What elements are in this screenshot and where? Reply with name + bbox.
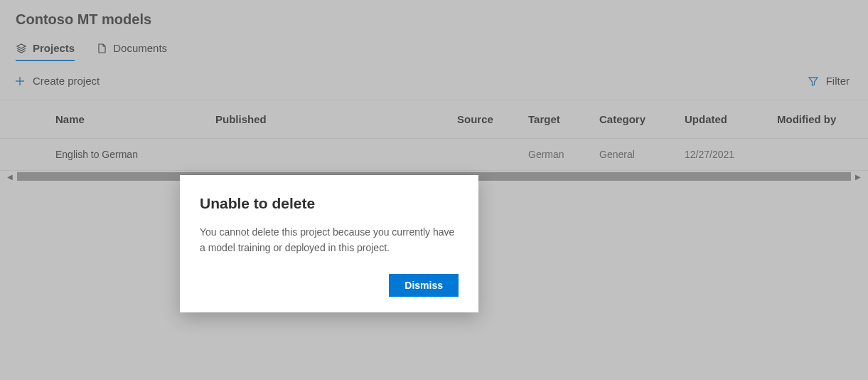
unable-to-delete-dialog: Unable to delete You cannot delete this …: [180, 175, 478, 312]
dismiss-button[interactable]: Dismiss: [389, 274, 459, 297]
modal-overlay: Unable to delete You cannot delete this …: [0, 0, 868, 380]
dialog-actions: Dismiss: [200, 274, 459, 297]
dialog-body: You cannot delete this project because y…: [200, 225, 459, 255]
dialog-title: Unable to delete: [200, 195, 459, 212]
